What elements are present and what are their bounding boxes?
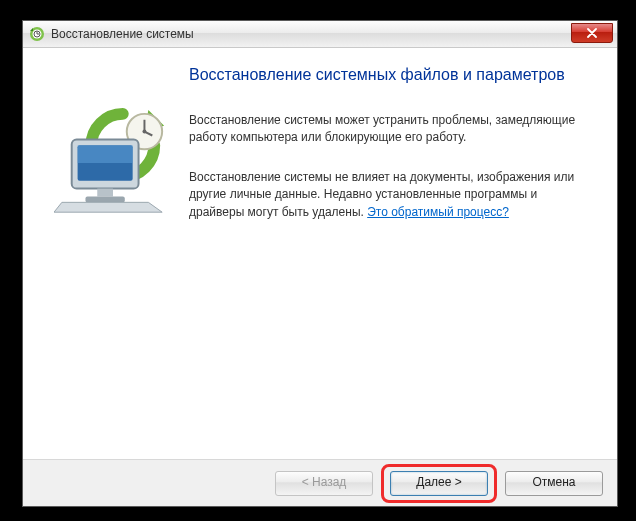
titlebar: Восстановление системы	[23, 21, 617, 48]
svg-rect-13	[97, 189, 113, 197]
illustration-column	[43, 66, 183, 449]
close-button[interactable]	[571, 23, 613, 43]
window-title: Восстановление системы	[51, 27, 194, 41]
restore-illustration-icon	[54, 106, 172, 216]
content-column: Восстановление системных файлов и параме…	[183, 66, 589, 449]
svg-point-9	[142, 130, 146, 134]
reversible-link[interactable]: Это обратимый процесс?	[367, 205, 509, 219]
wizard-window: Восстановление системы	[22, 20, 618, 507]
cancel-button[interactable]: Отмена	[505, 471, 603, 496]
svg-marker-15	[54, 202, 162, 212]
system-restore-icon	[29, 26, 45, 42]
next-button-highlight: Далее >	[381, 464, 497, 503]
intro-paragraph: Восстановление системы может устранить п…	[189, 112, 589, 147]
wizard-body: Восстановление системных файлов и параме…	[23, 48, 617, 459]
svg-rect-14	[85, 196, 124, 202]
page-heading: Восстановление системных файлов и параме…	[189, 66, 589, 84]
svg-rect-12	[78, 145, 133, 163]
back-button: < Назад	[275, 471, 373, 496]
next-button[interactable]: Далее >	[390, 471, 488, 496]
wizard-footer: < Назад Далее > Отмена	[23, 459, 617, 506]
details-paragraph: Восстановление системы не влияет на доку…	[189, 169, 589, 221]
close-icon	[587, 28, 597, 38]
